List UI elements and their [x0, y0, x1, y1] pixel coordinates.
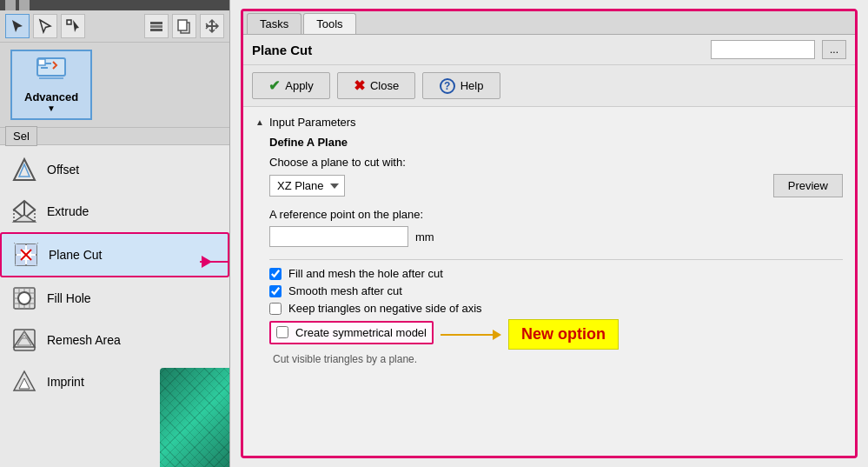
apply-button[interactable]: ✔ Apply — [252, 72, 330, 99]
title-bar-btn2[interactable] — [19, 0, 30, 10]
imprint-icon — [9, 366, 40, 397]
sel-bar: Sel — [5, 126, 37, 146]
advanced-icon — [36, 57, 67, 89]
fill-mesh-checkbox[interactable] — [269, 268, 282, 280]
advanced-label: Advanced — [24, 90, 78, 103]
svg-rect-1 — [150, 22, 162, 24]
dialog-header: Plane Cut ... — [243, 35, 855, 65]
input-params-label: Input Parameters — [269, 116, 356, 129]
symmetrical-label: Create symmetrical model — [295, 326, 427, 339]
dialog-title: Plane Cut — [252, 43, 704, 57]
advanced-arrow-icon: ▼ — [47, 103, 56, 113]
svg-rect-7 — [38, 59, 45, 65]
sidebar-item-offset-label: Offset — [47, 163, 79, 177]
check-icon: ✔ — [268, 77, 280, 94]
section-triangle-icon: ▲ — [255, 117, 264, 127]
advanced-button[interactable]: Advanced ▼ — [10, 50, 92, 120]
checkbox-symmetrical[interactable]: Create symmetrical model — [269, 321, 434, 344]
copy-icon[interactable] — [172, 14, 196, 38]
ref-point-row: mm — [269, 226, 843, 247]
keep-triangles-checkbox[interactable] — [269, 303, 282, 315]
sidebar-item-fillhole[interactable]: Fill Hole — [0, 277, 229, 319]
sidebar-item-remesharea-label: Remesh Area — [47, 333, 121, 347]
fillhole-icon — [9, 283, 40, 314]
offset-icon — [9, 154, 40, 185]
sidebar-item-extrude[interactable]: Extrude — [0, 190, 229, 232]
define-plane-title: Define A Plane — [269, 136, 843, 149]
title-bar — [0, 0, 229, 10]
more-button[interactable]: ... — [822, 40, 846, 59]
action-bar: ✔ Apply ✖ Close ? Help — [243, 65, 855, 107]
extrude-icon — [9, 196, 40, 227]
layers-icon[interactable] — [144, 14, 169, 38]
plane-row: XZ Plane XY Plane YZ Plane Preview — [269, 174, 843, 197]
new-option-arrow — [441, 330, 501, 340]
preview-button[interactable]: Preview — [773, 174, 843, 197]
right-panel: Tasks Tools Plane Cut ... ✔ Apply ✖ — [230, 0, 868, 467]
toolbar-row — [0, 10, 229, 43]
left-panel: Advanced ▼ Sel Offset — [0, 0, 230, 467]
sidebar-item-offset[interactable]: Offset — [0, 149, 229, 190]
checkbox-fill-mesh[interactable]: Fill and mesh the hole after cut — [269, 267, 843, 280]
sidebar-item-planecut-label: Plane Cut — [49, 248, 102, 262]
plane-cut-dropdown[interactable] — [711, 40, 815, 59]
ref-point-label: A reference point on the plane: — [269, 208, 843, 221]
hint-text: Cut visible triangles by a plane. — [269, 353, 843, 365]
remesharea-icon — [9, 324, 40, 356]
mesh-preview — [160, 368, 229, 467]
unit-label: mm — [415, 230, 434, 244]
close-button[interactable]: ✖ Close — [337, 72, 415, 99]
move-icon[interactable] — [200, 14, 224, 38]
select3-tool-icon[interactable] — [61, 14, 85, 38]
svg-rect-2 — [150, 25, 162, 28]
sidebar-items: Offset Extrude — [0, 145, 229, 467]
smooth-mesh-checkbox[interactable] — [269, 285, 282, 297]
choose-plane-label: Choose a plane to cut with: — [269, 156, 843, 169]
ref-point-input[interactable] — [269, 226, 408, 247]
svg-rect-5 — [178, 20, 187, 30]
title-bar-btn[interactable] — [5, 0, 16, 10]
smooth-mesh-label: Smooth mesh after cut — [288, 284, 402, 297]
symmetrical-checkbox[interactable] — [276, 326, 288, 338]
svg-point-33 — [18, 292, 30, 304]
planecut-icon — [10, 239, 42, 270]
question-icon: ? — [440, 78, 455, 94]
checkbox-smooth-mesh[interactable]: Smooth mesh after cut — [269, 284, 843, 297]
help-button[interactable]: ? Help — [422, 72, 500, 99]
sidebar-item-planecut[interactable]: Plane Cut — [0, 232, 229, 277]
checkbox-keep-triangles[interactable]: Keep triangles on negative side of axis — [269, 302, 843, 315]
dialog-box: Tasks Tools Plane Cut ... ✔ Apply ✖ — [241, 9, 858, 458]
new-option-badge: New option — [508, 319, 619, 350]
svg-rect-0 — [67, 20, 71, 24]
sidebar-item-imprint-label: Imprint — [47, 375, 84, 389]
dialog-content: ▲ Input Parameters Define A Plane Choose… — [243, 107, 855, 456]
tab-tools[interactable]: Tools — [303, 13, 355, 34]
select-tool-icon[interactable] — [5, 14, 30, 38]
tab-bar: Tasks Tools — [243, 11, 855, 35]
plane-select[interactable]: XZ Plane XY Plane YZ Plane — [269, 175, 345, 197]
fill-mesh-label: Fill and mesh the hole after cut — [288, 267, 443, 280]
svg-marker-15 — [14, 215, 35, 222]
x-icon: ✖ — [354, 77, 365, 94]
sidebar-item-remesharea[interactable]: Remesh Area — [0, 319, 229, 361]
keep-triangles-label: Keep triangles on negative side of axis — [288, 302, 482, 315]
define-plane-section: Define A Plane Choose a plane to cut wit… — [255, 136, 843, 365]
sidebar-item-fillhole-label: Fill Hole — [47, 291, 91, 305]
input-params-section: ▲ Input Parameters — [255, 116, 843, 129]
tab-tasks[interactable]: Tasks — [247, 13, 301, 34]
svg-rect-3 — [150, 29, 162, 31]
select2-tool-icon[interactable] — [33, 14, 57, 38]
sidebar-item-extrude-label: Extrude — [47, 204, 89, 218]
